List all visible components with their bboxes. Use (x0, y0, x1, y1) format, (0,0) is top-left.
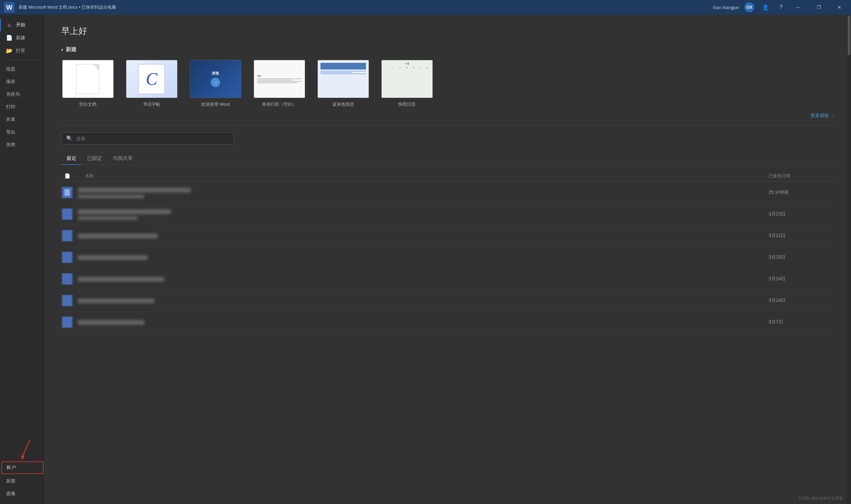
sidebar-item-print-label: 打印 (6, 104, 15, 110)
file-name-4 (78, 255, 148, 260)
resume-line1 (321, 71, 366, 71)
template-blue-resume-thumb (318, 60, 369, 98)
sidebar: ⌂ 开始 📄 新建 📂 打开 信息 保存 另存为 打印 共享 导出 (0, 15, 45, 504)
template-photo-calendar[interactable]: 一月 一 二 三 四 五 六 日 快照日历 (380, 60, 433, 107)
new-section-header[interactable]: ▾ 新建 (61, 46, 835, 53)
calendar-month: 一月 (384, 62, 431, 66)
template-blank[interactable]: 空白文档 (61, 60, 114, 107)
file-name-7 (78, 320, 144, 325)
file-thumb-6 (61, 294, 73, 307)
search-bar: 🔍 (61, 132, 234, 145)
template-photo-calendar-label: 快照日历 (398, 102, 416, 107)
single-spacing-aa: Aa (257, 74, 302, 77)
template-blue-resume-label: 蓝灰色简历 (332, 102, 354, 107)
sidebar-item-export-label: 导出 (6, 129, 15, 135)
file-list-icon-col-header: 📄 (61, 173, 73, 179)
file-name-1 (78, 188, 191, 193)
scrollbar-thumb[interactable] (848, 15, 850, 55)
sidebar-item-share[interactable]: 共享 (0, 113, 45, 126)
titlebar-controls: Gao Xiangjun GX 👤 ? ─ ❐ ✕ (713, 2, 847, 13)
file-thumb-7 (61, 316, 73, 328)
template-welcome-thumb: 浏览 → (190, 60, 241, 98)
file-date-6: 3月14日 (768, 298, 835, 304)
file-date-1: 25 分钟前 (768, 190, 835, 196)
template-blue-resume[interactable]: 蓝灰色简历 (316, 60, 370, 107)
sidebar-item-info-label: 信息 (6, 66, 15, 72)
template-photo-calendar-thumb: 一月 一 二 三 四 五 六 日 (381, 60, 433, 98)
tab-pinned[interactable]: 已固定 (82, 152, 107, 165)
template-welcome[interactable]: 浏览 → 欢迎使用 Word (189, 60, 242, 107)
template-single-spacing-thumb: Aa (254, 60, 305, 98)
file-row-6[interactable]: 3月14日 (61, 290, 835, 311)
template-blank-thumb (62, 60, 114, 98)
titlebar-title: 新建 Microsoft Word 文档.docx • 已保存到这台电脑 (19, 4, 713, 10)
welcome-text-label: 浏览 (212, 71, 219, 76)
tab-shared[interactable]: 与我共享 (107, 152, 138, 165)
file-row-2[interactable]: 3月23日 (61, 203, 835, 225)
calligraphy-icon: C (138, 64, 165, 94)
more-templates-section: 更多模板 → (61, 113, 835, 119)
minimize-button[interactable]: ─ (791, 2, 806, 13)
search-icon[interactable]: 👤 (760, 3, 772, 12)
file-row-3[interactable]: 3月21日 (61, 225, 835, 247)
template-single-spacing[interactable]: Aa 单倍行距（空白） (253, 60, 306, 107)
sidebar-item-options[interactable]: 选项 (0, 487, 45, 500)
line2 (257, 80, 292, 80)
more-templates-link[interactable]: 更多模板 → (811, 113, 835, 119)
resume-line2 (321, 72, 352, 73)
sidebar-item-print[interactable]: 打印 (0, 101, 45, 113)
resume-header-bar (321, 63, 366, 70)
sidebar-item-save-label: 保存 (6, 79, 15, 85)
section-divider (61, 125, 835, 126)
file-list: 25 分钟前 3月23日 3月21日 (61, 182, 835, 333)
file-path-1 (78, 195, 144, 198)
file-thumb-1 (61, 186, 73, 198)
calligraphy-letter: C (146, 71, 158, 88)
sidebar-item-info[interactable]: 信息 (0, 63, 45, 75)
file-thumb-5 (61, 273, 73, 285)
arrow-annotation (0, 436, 45, 464)
scrollbar[interactable] (847, 15, 851, 504)
file-row-7[interactable]: 3月7日 (61, 311, 835, 333)
line4 (257, 83, 297, 83)
blue-resume-preview (318, 60, 369, 98)
file-date-2: 3月23日 (768, 211, 835, 217)
close-button[interactable]: ✕ (832, 2, 847, 13)
line3 (257, 81, 302, 82)
file-row-5[interactable]: 3月14日 (61, 268, 835, 290)
greeting-heading: 早上好 (61, 25, 835, 37)
titlebar: W 新建 Microsoft Word 文档.docx • 已保存到这台电脑 G… (0, 0, 851, 15)
restore-button[interactable]: ❐ (811, 2, 827, 13)
sidebar-item-close[interactable]: 关闭 (0, 139, 45, 151)
file-date-7: 3月7日 (768, 319, 835, 325)
calendar-preview: 一月 一 二 三 四 五 六 日 (382, 60, 433, 98)
file-type-icon-header: 📄 (65, 173, 70, 179)
sidebar-item-home[interactable]: ⌂ 开始 (0, 19, 45, 31)
calendar-grid: 一 二 三 四 五 六 日 (384, 67, 431, 69)
template-calligraphy-label: 书法字帖 (143, 102, 160, 107)
file-name-col-3 (78, 233, 768, 239)
template-calligraphy[interactable]: C 书法字帖 (125, 60, 178, 107)
svg-line-0 (23, 439, 30, 456)
file-row-4[interactable]: 3月20日 (61, 247, 835, 268)
search-input[interactable] (76, 136, 229, 141)
svg-marker-1 (21, 455, 24, 460)
sidebar-item-feedback[interactable]: 反馈 (0, 475, 45, 487)
user-avatar[interactable]: GX (744, 2, 754, 12)
app-logo: W (4, 2, 15, 13)
sidebar-item-options-label: 选项 (6, 491, 15, 497)
template-blank-label: 空白文档 (79, 102, 96, 107)
sidebar-item-open[interactable]: 📂 打开 (0, 44, 45, 57)
sidebar-item-new[interactable]: 📄 新建 (0, 31, 45, 44)
sidebar-item-saveas[interactable]: 另存为 (0, 88, 45, 101)
file-row-1[interactable]: 25 分钟前 (61, 182, 835, 203)
watermark: CSDN @叶绿体不忘呼吸 (798, 496, 843, 501)
sidebar-item-account[interactable]: 帐户 (1, 462, 43, 474)
sidebar-divider-1 (5, 60, 39, 60)
sidebar-item-export[interactable]: 导出 (0, 126, 45, 139)
new-doc-icon: 📄 (6, 35, 13, 41)
help-icon[interactable]: ? (777, 3, 785, 12)
tab-recent[interactable]: 最近 (61, 152, 82, 165)
collapse-icon: ▾ (61, 48, 63, 52)
sidebar-item-save[interactable]: 保存 (0, 75, 45, 88)
